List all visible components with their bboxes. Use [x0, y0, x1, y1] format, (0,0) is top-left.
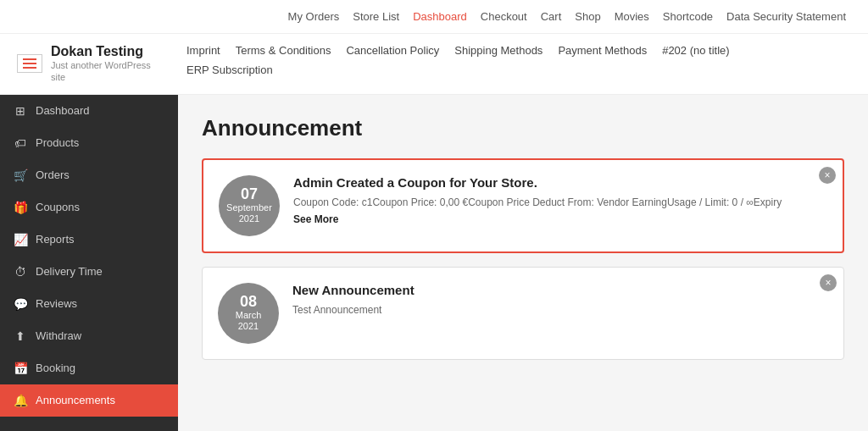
sidebar-label-dashboard: Dashboard — [36, 104, 90, 117]
sidebar-item-announcements[interactable]: 🔔 Announcements — [0, 384, 178, 417]
top-nav: My Orders Store List Dashboard Checkout … — [0, 0, 868, 34]
sidebar-label-coupons: Coupons — [36, 201, 80, 213]
booking-icon: 📅 — [14, 362, 27, 375]
top-nav-shortcode[interactable]: Shortcode — [658, 8, 718, 25]
dashboard-icon: ⊞ — [14, 104, 27, 118]
header-nav: Imprint Terms & Conditions Cancellation … — [186, 44, 730, 76]
announcement-desc-1: Coupon Code: c1Coupon Price: 0,00 €Coupo… — [293, 195, 827, 210]
header-nav-row2: ERP Subscription — [186, 64, 730, 76]
sidebar-item-withdraw[interactable]: ⬆ Withdraw — [0, 320, 178, 352]
main-content: Announcement 07 September 2021 Admin Cre… — [178, 95, 868, 431]
top-nav-shop[interactable]: Shop — [570, 8, 605, 25]
date-circle-2: 08 March 2021 — [218, 283, 279, 344]
coupons-icon: 🎁 — [14, 201, 27, 214]
nav-202[interactable]: #202 (no title) — [662, 44, 730, 57]
sidebar-item-orders[interactable]: 🛒 Orders — [0, 159, 178, 191]
main-layout: ⊞ Dashboard 🏷 Products 🛒 Orders 🎁 Coupon… — [0, 95, 868, 431]
sidebar-label-products: Products — [36, 136, 79, 149]
reviews-icon: 💬 — [14, 297, 27, 311]
top-nav-data-security[interactable]: Data Security Statement — [721, 8, 851, 25]
logo-text: Dokan Testing Just another WordPress sit… — [51, 44, 153, 84]
close-announcement-1[interactable]: × — [819, 167, 836, 184]
date-circle-1: 07 September 2021 — [219, 175, 280, 236]
sidebar-item-products[interactable]: 🏷 Products — [0, 127, 178, 159]
top-nav-cart[interactable]: Cart — [536, 8, 567, 25]
date-year-2: 2021 — [238, 321, 259, 332]
site-title: Dokan Testing — [51, 44, 153, 59]
sidebar-label-orders: Orders — [36, 169, 70, 181]
sidebar-item-coupons[interactable]: 🎁 Coupons — [0, 191, 178, 224]
announcement-card-1: 07 September 2021 Admin Created a Coupon… — [202, 158, 844, 253]
top-nav-movies[interactable]: Movies — [609, 8, 654, 25]
sidebar-label-reviews: Reviews — [36, 297, 77, 310]
nav-shipping[interactable]: Shipping Methods — [454, 44, 542, 57]
sidebar: ⊞ Dashboard 🏷 Products 🛒 Orders 🎁 Coupon… — [0, 95, 178, 431]
sidebar-label-announcements: Announcements — [36, 394, 115, 406]
products-icon: 🏷 — [14, 136, 27, 150]
close-announcement-2[interactable]: × — [820, 274, 837, 291]
top-nav-my-orders[interactable]: My Orders — [283, 8, 345, 25]
reports-icon: 📈 — [14, 233, 27, 246]
top-nav-dashboard[interactable]: Dashboard — [408, 8, 472, 25]
announcement-body-2: New Announcement Test Announcement — [292, 283, 828, 318]
logo-section: Dokan Testing Just another WordPress sit… — [17, 44, 186, 84]
sidebar-label-withdraw: Withdraw — [36, 329, 81, 342]
see-more-1[interactable]: See More — [293, 213, 827, 225]
page-title: Announcement — [202, 115, 844, 141]
nav-terms[interactable]: Terms & Conditions — [236, 44, 331, 57]
nav-erp[interactable]: ERP Subscription — [186, 64, 273, 76]
sidebar-item-booking[interactable]: 📅 Booking — [0, 352, 178, 384]
hamburger-button[interactable] — [17, 54, 42, 73]
date-month-1: September — [226, 202, 272, 213]
sidebar-label-reports: Reports — [36, 233, 75, 246]
nav-payment[interactable]: Payment Methods — [558, 44, 647, 57]
sidebar-item-reviews[interactable]: 💬 Reviews — [0, 288, 178, 320]
sidebar-label-booking: Booking — [36, 362, 75, 374]
announcement-card-2: 08 March 2021 New Announcement Test Anno… — [202, 267, 844, 360]
date-month-2: March — [236, 310, 262, 321]
announcement-body-1: Admin Created a Coupon for Your Store. C… — [293, 175, 827, 225]
announcement-desc-2: Test Announcement — [292, 302, 828, 318]
site-tagline: Just another WordPress site — [51, 59, 153, 84]
sidebar-item-reports[interactable]: 📈 Reports — [0, 224, 178, 256]
withdraw-icon: ⬆ — [14, 329, 27, 343]
date-year-1: 2021 — [239, 213, 259, 224]
site-header: Dokan Testing Just another WordPress sit… — [0, 34, 868, 95]
top-nav-store-list[interactable]: Store List — [348, 8, 404, 25]
announcement-title-1: Admin Created a Coupon for Your Store. — [293, 175, 827, 190]
announcements-icon: 🔔 — [14, 394, 27, 407]
sidebar-item-delivery-time[interactable]: ⏱ Delivery Time — [0, 256, 178, 288]
top-nav-checkout[interactable]: Checkout — [476, 8, 532, 25]
date-day-1: 07 — [241, 186, 258, 203]
announcement-title-2: New Announcement — [292, 283, 828, 297]
sidebar-item-dashboard[interactable]: ⊞ Dashboard — [0, 95, 178, 127]
header-nav-row1: Imprint Terms & Conditions Cancellation … — [186, 44, 730, 57]
nav-cancellation[interactable]: Cancellation Policy — [346, 44, 439, 57]
sidebar-label-delivery: Delivery Time — [36, 265, 103, 278]
date-day-2: 08 — [240, 294, 257, 311]
nav-imprint[interactable]: Imprint — [186, 44, 220, 57]
delivery-icon: ⏱ — [14, 265, 27, 279]
orders-icon: 🛒 — [14, 169, 27, 182]
